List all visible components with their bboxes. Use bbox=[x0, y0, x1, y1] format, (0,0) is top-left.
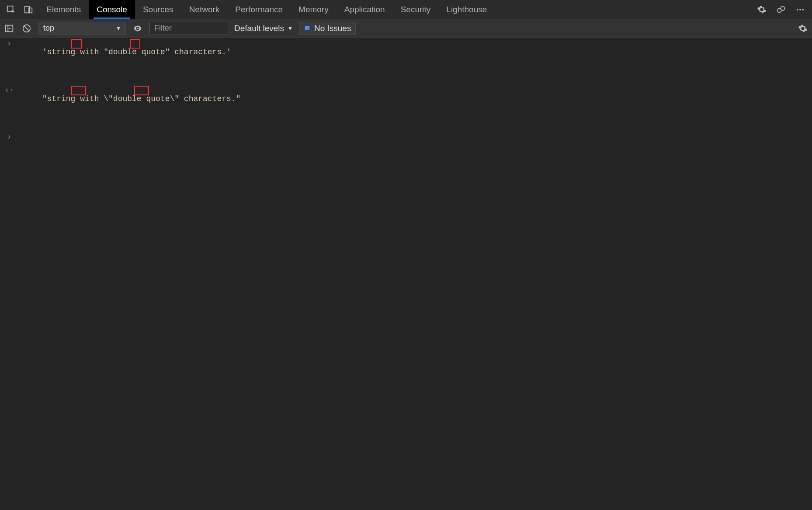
output-marker-icon: ‹· bbox=[4, 86, 14, 94]
console-settings-icon[interactable] bbox=[797, 23, 809, 34]
levels-label: Default levels bbox=[234, 24, 284, 33]
tab-label: Memory bbox=[298, 5, 329, 14]
devtools-tabbar: Elements Console Sources Network Perform… bbox=[0, 0, 812, 19]
prompt-marker-icon: › bbox=[4, 133, 14, 141]
more-icon[interactable] bbox=[795, 4, 806, 15]
chevron-down-icon: ▼ bbox=[116, 25, 121, 31]
tab-console[interactable]: Console bbox=[89, 0, 135, 19]
tab-lighthouse[interactable]: Lighthouse bbox=[438, 0, 495, 19]
annotation-box bbox=[134, 86, 149, 95]
tab-application[interactable]: Application bbox=[337, 0, 393, 19]
settings-icon[interactable] bbox=[756, 4, 767, 15]
context-label: top bbox=[43, 24, 54, 33]
tab-label: Application bbox=[344, 5, 385, 14]
tab-memory[interactable]: Memory bbox=[291, 0, 337, 19]
tab-security[interactable]: Security bbox=[393, 0, 439, 19]
inspect-element-icon[interactable] bbox=[5, 4, 17, 15]
svg-point-7 bbox=[802, 9, 804, 10]
tab-label: Elements bbox=[46, 5, 81, 14]
input-marker-icon: › bbox=[4, 39, 14, 48]
tab-label: Network bbox=[189, 5, 220, 14]
console-text: 'string with "double quote" characters.' bbox=[14, 39, 231, 83]
console-text-content: "string with \"double quote\" characters… bbox=[42, 94, 241, 103]
tab-network[interactable]: Network bbox=[181, 0, 228, 19]
issues-label: No Issues bbox=[314, 24, 351, 33]
svg-point-4 bbox=[781, 6, 784, 10]
tab-elements[interactable]: Elements bbox=[38, 0, 89, 19]
tabbar-leading-icons bbox=[3, 4, 38, 15]
svg-point-5 bbox=[797, 9, 798, 10]
svg-point-6 bbox=[799, 9, 801, 10]
live-expression-icon[interactable] bbox=[132, 23, 143, 34]
tab-label: Lighthouse bbox=[446, 5, 487, 14]
log-levels-select[interactable]: Default levels ▼ bbox=[234, 24, 293, 33]
toggle-sidebar-icon[interactable] bbox=[3, 23, 15, 34]
tabs: Elements Console Sources Network Perform… bbox=[38, 0, 495, 19]
device-toggle-icon[interactable] bbox=[23, 4, 34, 15]
console-prompt-row[interactable]: › bbox=[0, 131, 812, 143]
console-prompt-input[interactable] bbox=[14, 133, 15, 142]
console-toolbar: top ▼ Default levels ▼ No Issues bbox=[0, 19, 812, 38]
console-text-content: 'string with "double quote" characters.' bbox=[42, 48, 231, 56]
tabbar-trailing-icons bbox=[756, 4, 809, 15]
issues-chip[interactable]: No Issues bbox=[299, 22, 356, 35]
tab-label: Performance bbox=[235, 5, 283, 14]
clear-console-icon[interactable] bbox=[21, 23, 32, 34]
tab-performance[interactable]: Performance bbox=[227, 0, 291, 19]
tab-label: Security bbox=[401, 5, 431, 14]
console-row-output: ‹· "string with \"double quote\" charact… bbox=[0, 84, 812, 131]
console-row-input: › 'string with "double quote" characters… bbox=[0, 38, 812, 84]
annotation-box bbox=[130, 39, 140, 49]
tab-label: Sources bbox=[143, 5, 174, 14]
chat-icon bbox=[304, 25, 311, 32]
console-text: "string with \"double quote\" characters… bbox=[14, 86, 241, 129]
annotation-box bbox=[71, 86, 86, 95]
filter-input[interactable] bbox=[149, 22, 228, 35]
annotation-box bbox=[71, 39, 82, 49]
execution-context-select[interactable]: top ▼ bbox=[38, 22, 126, 35]
tab-label: Console bbox=[97, 5, 127, 14]
whats-new-icon[interactable] bbox=[775, 4, 787, 15]
text-cursor-icon bbox=[15, 133, 15, 141]
console-body: › 'string with "double quote" characters… bbox=[0, 38, 812, 143]
tab-sources[interactable]: Sources bbox=[135, 0, 181, 19]
chevron-down-icon: ▼ bbox=[288, 25, 293, 31]
svg-point-10 bbox=[137, 28, 139, 29]
